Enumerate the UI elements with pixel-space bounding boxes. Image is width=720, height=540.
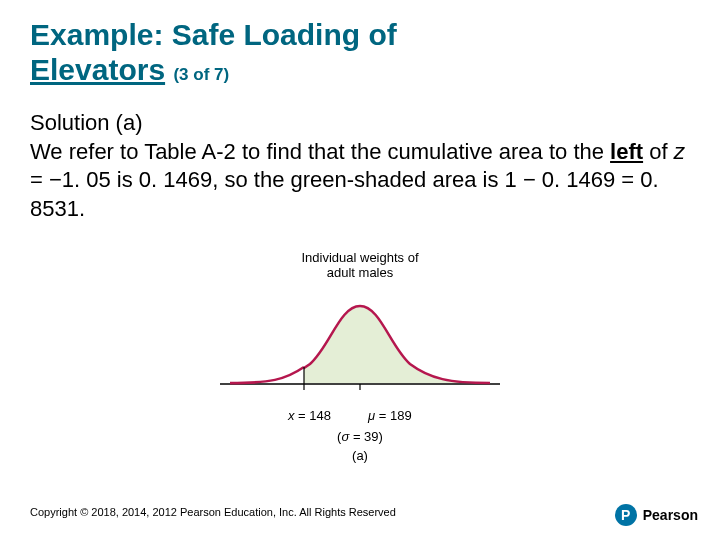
pearson-logo: P Pearson: [615, 504, 698, 526]
title-line2-sub: (3 of 7): [173, 65, 229, 84]
solution-paragraph: We refer to Table A-2 to find that the c…: [30, 138, 690, 224]
figure-axis-labels: x = 148 μ = 189: [30, 408, 690, 423]
solution-t2: left: [610, 139, 643, 164]
copyright-footer: Copyright © 2018, 2014, 2012 Pearson Edu…: [30, 506, 396, 518]
pearson-initial: P: [621, 507, 630, 523]
solution-t5: = −1. 05 is 0. 1469, so the green-shaded…: [30, 167, 659, 221]
sigma-val: = 39): [349, 429, 383, 444]
title-line1: Example: Safe Loading of: [30, 18, 397, 51]
x-label-val: = 148: [295, 408, 332, 423]
title-line2-main: Elevators: [30, 53, 165, 86]
mu-label-val: = 189: [375, 408, 412, 423]
pearson-name: Pearson: [643, 507, 698, 523]
solution-t3: of: [643, 139, 674, 164]
solution-z: z: [674, 139, 685, 164]
figure-caption-l2: adult males: [327, 265, 393, 280]
solution-t1: We refer to Table A-2 to find that the c…: [30, 139, 610, 164]
solution-body: Solution (a) We refer to Table A-2 to fi…: [30, 109, 690, 223]
figure: Individual weights of adult males x = 14…: [30, 251, 690, 463]
figure-caption-l1: Individual weights of: [301, 250, 418, 265]
normal-curve-svg: [210, 284, 510, 404]
figure-sigma: (σ = 39): [30, 429, 690, 444]
pearson-logo-icon: P: [615, 504, 637, 526]
figure-caption: Individual weights of adult males: [30, 251, 690, 280]
solution-heading: Solution (a): [30, 109, 690, 138]
figure-part-label: (a): [30, 448, 690, 463]
slide-title: Example: Safe Loading of Elevators (3 of…: [30, 18, 690, 87]
